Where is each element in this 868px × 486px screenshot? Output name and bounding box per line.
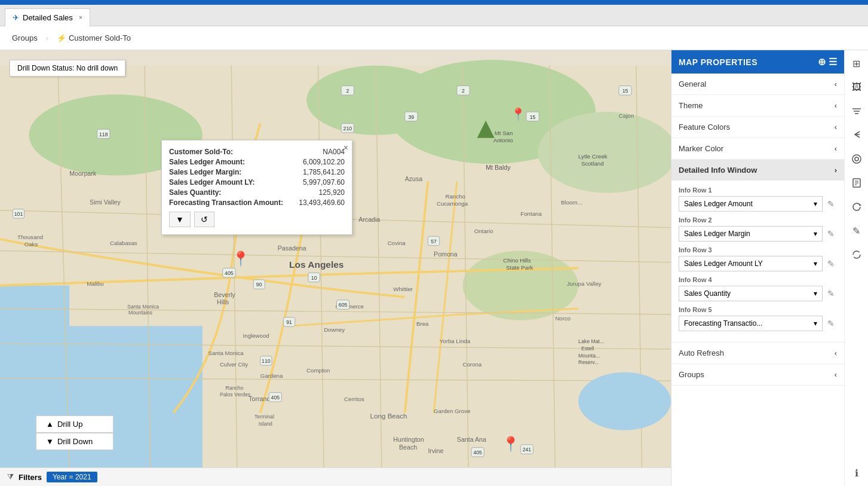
svg-text:Mt Baldy: Mt Baldy	[486, 164, 511, 171]
section-general-label: General	[679, 80, 706, 88]
info-row-2-edit-button[interactable]: ✎	[825, 228, 837, 240]
sidebar-icon-grid[interactable]: ⊞	[846, 53, 867, 74]
section-groups-header[interactable]: Groups ‹	[671, 364, 844, 385]
svg-text:15: 15	[530, 114, 536, 120]
info-row-3-edit-button[interactable]: ✎	[825, 258, 837, 270]
section-detailed-info-content: Info Row 1 Sales Ledger Amount ▾ ✎ Info …	[671, 181, 844, 342]
panel-nav-icon-2[interactable]: ☰	[829, 56, 838, 68]
sidebar-icon-filter[interactable]	[846, 100, 867, 122]
info-row-5-edit-button[interactable]: ✎	[825, 317, 837, 329]
section-theme-header[interactable]: Theme ‹	[671, 95, 844, 116]
sidebar-icon-image[interactable]: 🖼	[846, 77, 867, 98]
popup-undo-button[interactable]: ↺	[194, 212, 214, 227]
info-row-3-label: Info Row 3	[679, 246, 837, 253]
popup-row-2-label: Sales Ledger Amount:	[169, 158, 245, 166]
tab-icon: ✈	[13, 13, 19, 22]
info-row-1-label: Info Row 1	[679, 187, 837, 194]
section-auto-refresh-chevron: ‹	[835, 349, 837, 357]
svg-text:Whittier: Whittier	[393, 286, 413, 292]
info-row-2-dropdown[interactable]: Sales Ledger Margin ▾	[679, 226, 823, 242]
section-auto-refresh-header[interactable]: Auto Refresh ‹	[671, 343, 844, 363]
svg-text:Mountains: Mountains	[128, 310, 153, 316]
filter-badge-year[interactable]: Year = 2021	[47, 472, 97, 482]
svg-text:Rancho: Rancho	[445, 193, 465, 200]
popup-drill-down-button[interactable]: ▼	[169, 212, 191, 227]
svg-text:Los Angeles: Los Angeles	[289, 260, 343, 270]
info-row-4-edit-button[interactable]: ✎	[825, 288, 837, 299]
section-marker-color-header[interactable]: Marker Color ‹	[671, 138, 844, 159]
svg-text:118: 118	[99, 132, 108, 137]
tab-detailed-sales[interactable]: ✈ Detailed Sales ×	[5, 8, 90, 26]
info-row-1-edit-button[interactable]: ✎	[825, 198, 837, 210]
popup-row-6-value: 13,493,469.60	[299, 198, 345, 207]
map-marker-irvine[interactable]: 📍	[502, 436, 520, 453]
section-general-header[interactable]: General ‹	[671, 74, 844, 94]
section-detailed-info-header[interactable]: Detailed Info Window ›	[671, 160, 844, 181]
nav-groups[interactable]: Groups	[7, 31, 42, 45]
sidebar-icon-calc[interactable]	[846, 172, 867, 194]
svg-text:Pasadena: Pasadena	[278, 244, 306, 252]
map-marker-mt-san-antonio[interactable]: 📍	[511, 107, 526, 121]
section-auto-refresh-label: Auto Refresh	[679, 349, 724, 357]
map-area[interactable]: Moorpark Simi Valley Thousand Oaks Calab…	[0, 50, 671, 486]
info-row-1-arrow: ▾	[814, 200, 817, 208]
nav-customer-label: Customer Sold-To	[69, 33, 131, 42]
info-row-3: Info Row 3 Sales Ledger Amount LY ▾ ✎	[679, 246, 837, 271]
sidebar-icon-sync[interactable]	[846, 244, 867, 265]
svg-text:Culver City: Culver City	[220, 361, 248, 368]
section-auto-refresh: Auto Refresh ‹	[671, 343, 844, 364]
map-marker-beverly-hills[interactable]: 📍	[232, 250, 250, 267]
svg-text:Bloom...: Bloom...	[561, 199, 582, 206]
info-row-3-dropdown[interactable]: Sales Ledger Amount LY ▾	[679, 256, 823, 271]
popup-row-2: Sales Ledger Amount:6,009,102.20	[169, 158, 345, 166]
nav-groups-label: Groups	[12, 33, 38, 42]
svg-text:Moorpark: Moorpark	[69, 170, 97, 177]
tab-close-button[interactable]: ×	[79, 14, 82, 21]
drill-up-button[interactable]: ▲ Drill Up	[36, 415, 114, 433]
svg-text:Beverly: Beverly	[214, 291, 235, 298]
svg-text:405: 405	[225, 270, 234, 276]
info-row-3-value: Sales Ledger Amount LY	[684, 259, 763, 268]
info-row-1: Info Row 1 Sales Ledger Amount ▾ ✎	[679, 187, 837, 212]
svg-text:101: 101	[14, 211, 23, 217]
popup-row-5-label: Sales Quantity:	[169, 188, 221, 197]
popup-actions: ▼ ↺	[169, 212, 345, 227]
sidebar-icon-share[interactable]	[846, 124, 867, 146]
info-row-5-dropdown[interactable]: Forecasting Transactio... ▾	[679, 316, 823, 331]
popup-row-4-value: 5,997,097.60	[303, 178, 345, 187]
nav-customer-sold-to[interactable]: ⚡ Customer Sold-To	[52, 31, 136, 45]
svg-text:Santa Monica: Santa Monica	[127, 304, 159, 310]
svg-text:Santa Monica: Santa Monica	[208, 350, 244, 356]
svg-text:Huntington: Huntington	[393, 436, 424, 443]
panel-header: MAP PROPERTIES ⊕ ☰	[671, 50, 844, 74]
svg-text:Chino Hills: Chino Hills	[503, 257, 530, 264]
sidebar-icon-info[interactable]: ℹ	[846, 462, 867, 484]
filter-label: Filters	[19, 473, 42, 482]
sidebar-icon-pencil[interactable]: ✎	[846, 220, 867, 242]
svg-text:2: 2	[462, 88, 465, 94]
section-detailed-info-label: Detailed Info Window	[679, 166, 757, 175]
popup-row-4: Sales Ledger Amount LY:5,997,097.60	[169, 178, 345, 187]
info-row-1-dropdown[interactable]: Sales Ledger Amount ▾	[679, 196, 823, 212]
svg-text:405: 405	[271, 395, 280, 401]
svg-text:Long Beach: Long Beach	[370, 412, 407, 420]
panel-nav-icon-1[interactable]: ⊕	[818, 56, 826, 68]
info-row-4-dropdown[interactable]: Sales Quantity ▾	[679, 286, 823, 301]
drill-down-icon: ▼	[46, 437, 54, 446]
svg-text:605: 605	[339, 302, 348, 308]
info-row-5: Info Row 5 Forecasting Transactio... ▾ ✎	[679, 306, 837, 331]
icon-sidebar: ⊞ 🖼 ✎ ℹ	[844, 50, 868, 486]
svg-text:110: 110	[262, 358, 271, 364]
popup-row-3-value: 1,785,641.20	[303, 168, 345, 176]
svg-text:Fontana: Fontana	[520, 210, 542, 217]
sidebar-icon-settings[interactable]	[846, 148, 867, 170]
section-groups-chevron: ‹	[835, 370, 837, 379]
svg-text:Calabasas: Calabasas	[110, 240, 137, 246]
section-feature-colors-header[interactable]: Feature Colors ‹	[671, 117, 844, 137]
drill-down-button[interactable]: ▼ Drill Down	[36, 433, 114, 450]
sidebar-icon-refresh[interactable]	[846, 196, 867, 218]
filter-bar: ⧩ Filters Year = 2021	[0, 467, 671, 486]
info-popup: × Customer Sold-To:NA004Sales Ledger Amo…	[161, 140, 352, 235]
section-theme-chevron: ‹	[835, 101, 837, 110]
popup-close-button[interactable]: ×	[343, 143, 348, 152]
